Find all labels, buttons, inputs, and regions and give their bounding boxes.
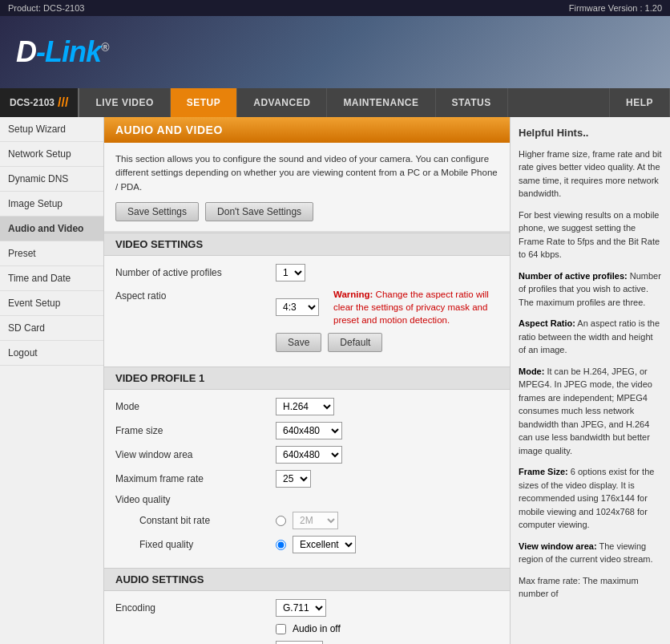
audio-in-gain-select[interactable]: 20dB 10dB 0dB 30dB xyxy=(276,641,323,644)
tab-status[interactable]: STATUS xyxy=(436,88,508,117)
sidebar-item-setup-wizard[interactable]: Setup Wizard xyxy=(0,117,103,142)
aspect-ratio-row: Aspect ratio 4:3 16:9 Warning: Change th… xyxy=(115,288,498,326)
fixed-quality-control: Excellent Good Standard Low xyxy=(276,536,356,553)
video-settings-form: Number of active profiles 1 2 3 Aspect r… xyxy=(104,256,510,367)
hints-title: Helpful Hints.. xyxy=(519,125,662,141)
encoding-control: G.711 G.726 AAC xyxy=(276,599,326,617)
hints-para-2: Number of active profiles: Number of pro… xyxy=(519,269,662,310)
constant-bit-rate-radio[interactable] xyxy=(276,516,286,526)
frame-size-select[interactable]: 640x480 1024x768 176x144 xyxy=(276,422,342,439)
sidebar-item-preset[interactable]: Preset xyxy=(0,241,103,266)
hints-panel: Helpful Hints.. Higher frame size, frame… xyxy=(510,117,670,644)
constant-bit-rate-row: Constant bit rate 2M 1M 512k xyxy=(139,512,498,529)
video-settings-btn-row: Save Default xyxy=(115,333,498,352)
aspect-ratio-warning: Warning: Change the aspect ratio will cl… xyxy=(333,288,498,326)
max-frame-rate-control: 25 20 15 10 5 xyxy=(276,470,311,488)
product-label: Product: DCS-2103 xyxy=(8,3,84,13)
hints-para-3: Aspect Ratio: An aspect ratio is the rat… xyxy=(519,317,662,357)
audio-video-btn-row: Save Settings Don't Save Settings xyxy=(115,202,498,221)
nav-bar: DCS-2103 /// LIVE VIDEO SETUP ADVANCED M… xyxy=(0,88,670,117)
frame-size-control: 640x480 1024x768 176x144 xyxy=(276,422,342,439)
audio-video-desc-text: This section allows you to configure the… xyxy=(115,152,498,194)
audio-video-description: This section allows you to configure the… xyxy=(104,143,510,233)
audio-in-off-checkbox[interactable] xyxy=(276,624,286,634)
logo-d: D xyxy=(16,35,36,68)
audio-video-header: AUDIO AND VIDEO xyxy=(104,117,510,143)
hints-para-4: Mode: It can be H.264, JPEG, or MPEG4. I… xyxy=(519,365,662,458)
max-frame-rate-label: Maximum frame rate xyxy=(115,473,276,484)
audio-settings-header: AUDIO SETTINGS xyxy=(104,568,510,591)
constant-bit-rate-control: 2M 1M 512k xyxy=(276,512,338,529)
av-save-settings-button[interactable]: Save Settings xyxy=(115,202,199,221)
aspect-ratio-label: Aspect ratio xyxy=(115,288,276,302)
hints-para-0: Higher frame size, frame rate and bit ra… xyxy=(519,148,662,200)
fixed-quality-label: Fixed quality xyxy=(139,539,276,550)
video-save-button[interactable]: Save xyxy=(276,333,321,352)
tab-maintenance[interactable]: MAINTENANCE xyxy=(327,88,435,117)
top-bar: Product: DCS-2103 Firmware Version : 1.2… xyxy=(0,0,670,16)
sidebar: Setup Wizard Network Setup Dynamic DNS I… xyxy=(0,117,104,644)
aspect-ratio-select[interactable]: 4:3 16:9 xyxy=(276,298,319,316)
audio-in-off-control: Audio in off xyxy=(276,623,341,634)
mode-select[interactable]: H.264 JPEG MPEG4 xyxy=(276,398,334,415)
video-settings-header: VIDEO SETTINGS xyxy=(104,233,510,256)
dlink-logo: D-Link® xyxy=(16,35,108,69)
active-profiles-label: Number of active profiles xyxy=(115,267,276,278)
frame-size-label: Frame size xyxy=(115,425,276,436)
view-window-label: View window area xyxy=(115,449,276,460)
hints-para-6: View window area: The viewing region of … xyxy=(519,540,662,566)
video-default-button[interactable]: Default xyxy=(328,333,382,352)
audio-in-off-label: Audio in off xyxy=(293,623,341,634)
fixed-quality-radio[interactable] xyxy=(276,540,286,550)
encoding-row: Encoding G.711 G.726 AAC xyxy=(115,599,498,617)
av-dont-save-button[interactable]: Don't Save Settings xyxy=(205,202,313,221)
active-profiles-select[interactable]: 1 2 3 xyxy=(276,264,305,281)
constant-bit-rate-select[interactable]: 2M 1M 512k xyxy=(293,512,338,529)
nav-brand-label: DCS-2103 xyxy=(10,97,54,108)
sidebar-item-time-date[interactable]: Time and Date xyxy=(0,266,103,291)
tab-help[interactable]: HELP xyxy=(609,88,670,117)
mode-label: Mode xyxy=(115,401,276,412)
sidebar-item-logout[interactable]: Logout xyxy=(0,341,103,366)
sidebar-item-network-setup[interactable]: Network Setup xyxy=(0,142,103,167)
active-profiles-row: Number of active profiles 1 2 3 xyxy=(115,264,498,281)
sidebar-item-sd-card[interactable]: SD Card xyxy=(0,316,103,341)
content-area: AUDIO AND VIDEO This section allows you … xyxy=(104,117,510,644)
view-window-select[interactable]: 640x480 1024x768 xyxy=(276,446,342,464)
mode-control: H.264 JPEG MPEG4 xyxy=(276,398,334,415)
max-frame-rate-row: Maximum frame rate 25 20 15 10 5 xyxy=(115,470,498,488)
fixed-quality-select[interactable]: Excellent Good Standard Low xyxy=(293,536,356,553)
max-frame-rate-select[interactable]: 25 20 15 10 5 xyxy=(276,470,311,488)
tab-setup[interactable]: SETUP xyxy=(171,88,238,117)
tab-live-video[interactable]: LIVE VIDEO xyxy=(79,88,170,117)
nav-slashes: /// xyxy=(58,95,68,110)
constant-bit-rate-label: Constant bit rate xyxy=(139,515,276,526)
firmware-label: Firmware Version : 1.20 xyxy=(569,3,662,13)
video-quality-label: Video quality xyxy=(115,494,276,505)
tab-advanced[interactable]: ADVANCED xyxy=(237,88,327,117)
fixed-quality-row: Fixed quality Excellent Good Standard Lo… xyxy=(139,536,498,553)
nav-brand: DCS-2103 /// xyxy=(0,88,79,117)
header: D-Link® xyxy=(0,16,670,88)
audio-in-gain-row: Audio in gain level 20dB 10dB 0dB 30dB xyxy=(115,641,498,644)
sidebar-item-audio-video[interactable]: Audio and Video xyxy=(0,217,103,241)
sidebar-item-image-setup[interactable]: Image Setup xyxy=(0,192,103,217)
encoding-label: Encoding xyxy=(115,602,276,614)
view-window-control: 640x480 1024x768 xyxy=(276,446,342,464)
audio-in-off-row: Audio in off xyxy=(115,623,498,634)
video-profile-header: VIDEO PROFILE 1 xyxy=(104,367,510,390)
main-wrapper: Setup Wizard Network Setup Dynamic DNS I… xyxy=(0,117,670,644)
hints-para-5: Frame Size: 6 options exist for the size… xyxy=(519,465,662,532)
active-profiles-control: 1 2 3 xyxy=(276,264,305,281)
frame-size-row: Frame size 640x480 1024x768 176x144 xyxy=(115,422,498,439)
hints-para-7: Max frame rate: The maximum number of xyxy=(519,574,662,601)
audio-settings-form: Encoding G.711 G.726 AAC Audio in off Au xyxy=(104,591,510,644)
view-window-row: View window area 640x480 1024x768 xyxy=(115,446,498,464)
sidebar-item-dynamic-dns[interactable]: Dynamic DNS xyxy=(0,167,103,192)
sidebar-item-event-setup[interactable]: Event Setup xyxy=(0,291,103,316)
hints-para-1: For best viewing results on a mobile pho… xyxy=(519,209,662,261)
encoding-select[interactable]: G.711 G.726 AAC xyxy=(276,599,326,617)
aspect-ratio-control: 4:3 16:9 Warning: Change the aspect rati… xyxy=(276,288,498,326)
audio-in-gain-control: 20dB 10dB 0dB 30dB xyxy=(276,641,323,644)
video-profile-form: Mode H.264 JPEG MPEG4 Frame size 640x480… xyxy=(104,390,510,568)
